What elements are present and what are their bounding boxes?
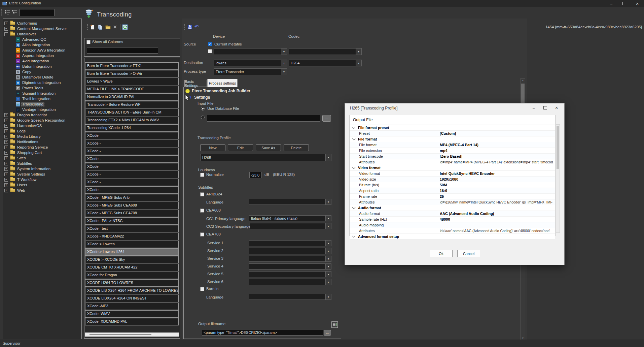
tree-expander-icon[interactable]: + (4, 119, 8, 122)
tree-item[interactable]: /Vantage Integration (3, 107, 81, 112)
list-item[interactable]: Transcoding ETX2 > Nilox HDCAM to WMV (85, 117, 179, 124)
cc3-language-dropdown[interactable]: ▼ (250, 223, 331, 229)
collapse-tree-icon[interactable] (4, 9, 10, 15)
tree-item[interactable]: WDigimetrics Integration (3, 80, 81, 85)
list-item[interactable]: XCode -XDCAMHD PAL (85, 318, 179, 325)
tree-item[interactable]: +Notifications (3, 139, 81, 145)
profile-dropdown[interactable]: H265 ▼ (200, 154, 331, 161)
tree-expander-icon[interactable]: + (4, 124, 8, 128)
burn-in-checkbox[interactable] (200, 287, 204, 291)
tree-filter-input[interactable] (20, 9, 55, 16)
list-item[interactable]: Transcode > Before Restore WF (85, 101, 179, 108)
grid-row[interactable]: Audio mapping (350, 222, 555, 228)
grid-row[interactable]: Audio formatAAC (Advanced Audio Coding) (350, 211, 555, 217)
cea608-checkbox[interactable] (200, 209, 204, 213)
grid-row[interactable]: Bit rate (b/s)50M (350, 182, 555, 188)
service-dropdown[interactable]: ▼ (249, 256, 331, 262)
tree-expander-icon[interactable]: + (4, 178, 8, 182)
cc1-language-dropdown[interactable]: Italian (Italy) - italiano (Italia)▼ (249, 215, 331, 221)
dialog-maximize-button[interactable] (539, 104, 551, 112)
destination-dropdown[interactable]: lowres▼ (214, 60, 287, 66)
form-toolbar-grip[interactable] (184, 24, 185, 30)
list-item[interactable]: XCODE LIB X264 H264 FROM ARCHIVE TO LOWR… (85, 287, 179, 294)
tab-basic-settings[interactable]: Basic Settings (184, 80, 207, 87)
list-item[interactable]: Burn In Etere Transcoder > ETX1 (85, 62, 179, 70)
tree-item[interactable]: AAspera Integration (3, 53, 81, 58)
service-dropdown[interactable]: ▼ (249, 240, 331, 246)
custom-file-input[interactable] (207, 115, 320, 122)
grid-row[interactable]: Frame rate25 (350, 194, 555, 199)
copy-action-icon[interactable] (97, 24, 103, 30)
tree-item[interactable]: SSigniant Integration (3, 91, 81, 96)
delete-profile-button[interactable]: Delete (284, 144, 309, 151)
tree-expander-icon[interactable]: + (4, 189, 8, 192)
grid-row[interactable]: File extensionmp4 (350, 148, 555, 154)
destination-codec-dropdown[interactable]: H264▼ (289, 60, 362, 66)
tree-expander-icon[interactable]: + (4, 27, 8, 31)
service-dropdown[interactable]: ▼ (249, 248, 331, 254)
list-item[interactable]: XCode - (85, 155, 179, 163)
list-item[interactable]: XCode - (85, 186, 179, 194)
tree-expander-icon[interactable]: + (4, 129, 8, 133)
dialog-vscrollbar-thumb[interactable] (557, 126, 559, 169)
list-item[interactable]: XCODE LIBX264 H264 ON INGEST (85, 295, 179, 302)
close-button[interactable]: ✕ (631, 0, 644, 7)
list-item[interactable]: XCode > Lowres H264 (85, 248, 179, 256)
grid-category-row[interactable]: File format (350, 136, 555, 142)
tree-item[interactable]: QAlias Integration (3, 42, 81, 48)
tree-item[interactable]: ▼Transcoding (3, 101, 81, 107)
grid-category-row[interactable]: Audio format (350, 205, 555, 211)
tree-item[interactable]: +Dragon transcript (3, 112, 81, 118)
new-action-icon[interactable] (90, 24, 95, 30)
service-dropdown[interactable]: ▼ (249, 279, 331, 285)
grid-row[interactable]: Attributesid='q265hw' name='Intel QuickS… (350, 199, 555, 205)
dialog-vscrollbar[interactable] (556, 124, 560, 233)
tree-item[interactable]: +Web (3, 188, 81, 193)
tree-expander-icon[interactable]: + (4, 151, 8, 155)
tree-item[interactable]: +Logs (3, 128, 81, 134)
list-toolbar-grip[interactable] (87, 24, 88, 30)
grid-row[interactable]: Sample rate (Hz)48000 (350, 217, 555, 222)
list-item[interactable]: Lowres > Wave (85, 78, 179, 85)
dialog-close-button[interactable]: ✕ (551, 104, 562, 112)
list-item[interactable]: Transcoding XCode -H264 (85, 124, 179, 132)
tree-item[interactable]: +HarmonicVOS (3, 123, 81, 128)
toolbar-grip[interactable] (1, 9, 2, 15)
tree-expander-icon[interactable]: + (4, 22, 8, 25)
process-type-dropdown[interactable]: Etere Transcoder▼ (214, 68, 287, 75)
chevron-down-icon[interactable] (352, 137, 356, 140)
scroll-up-icon[interactable]: ▲ (521, 78, 525, 83)
tree-item[interactable]: +Subtitles (3, 161, 81, 166)
grid-row[interactable]: Video size1920x1080 (350, 177, 555, 182)
grid-row[interactable]: Attributesid='aac' name='AAC (Advanced A… (350, 228, 555, 234)
minimize-button[interactable]: – (605, 0, 618, 7)
list-item[interactable]: XCode - (85, 163, 179, 170)
chevron-down-icon[interactable] (352, 234, 356, 238)
browse-button[interactable]: ... (322, 115, 331, 122)
list-item[interactable]: XCode - (85, 148, 179, 155)
tree-expander-icon[interactable]: + (4, 162, 8, 165)
open-action-icon[interactable] (105, 24, 111, 30)
tree-expander-icon[interactable]: + (4, 183, 8, 187)
grid-category-row[interactable]: Video format (350, 165, 555, 171)
tree-item[interactable]: -DataMover (3, 31, 81, 37)
undo-icon[interactable]: ↶ (194, 24, 199, 30)
tree-expander-icon[interactable]: + (4, 140, 8, 144)
tree-item[interactable]: +Google Speech Recognition (3, 118, 81, 123)
refresh-icon[interactable] (122, 24, 128, 30)
chevron-down-icon[interactable] (352, 206, 356, 209)
tree-item[interactable]: +T-Workflow (3, 177, 81, 182)
tree-expander-icon[interactable]: + (4, 135, 8, 138)
edit-profile-button[interactable]: Edit (228, 144, 253, 151)
list-item[interactable]: Normalize to XDCAMHD PAL (85, 93, 179, 101)
grid-category-row[interactable]: File format preset (350, 125, 555, 131)
tree-item[interactable]: +Reporting Service (3, 145, 81, 150)
tree-item[interactable]: DDatamover Delete (3, 74, 81, 80)
tree-item[interactable]: +Sites (3, 155, 81, 161)
output-browse-button[interactable]: ... (324, 330, 331, 336)
save-icon[interactable] (187, 24, 193, 30)
tree-expander-icon[interactable]: + (4, 172, 8, 176)
list-hscrollbar[interactable] (85, 333, 179, 337)
list-item[interactable]: XCode -WMV (85, 310, 179, 318)
expand-tree-icon[interactable] (11, 9, 17, 15)
